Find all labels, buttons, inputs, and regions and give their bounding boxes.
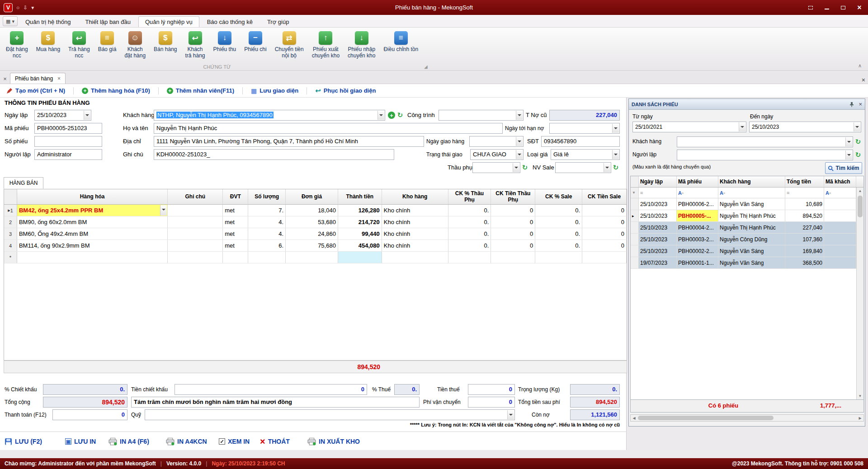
panel-close-icon[interactable]: × (859, 101, 862, 108)
quick-access-chevron-icon[interactable]: ▾ (31, 5, 34, 11)
filter-ngay-lap[interactable]: = (639, 188, 677, 198)
cell-qty[interactable]: 7. (248, 205, 286, 216)
ribbon-chuyen-tien-noi-bo[interactable]: ⇄Chuyển tiền nội bộ (271, 30, 308, 60)
filter-ma-khach[interactable]: A▫ (824, 188, 856, 198)
col-kho-hang[interactable]: Kho hàng (382, 189, 448, 204)
list-item[interactable]: 19/07/2023 PBH00001-1... Nguyễn Văn Sáng… (631, 257, 863, 269)
tabstrip-close-all-icon[interactable]: × (862, 76, 865, 84)
dropdown-arrow-icon[interactable] (507, 410, 514, 419)
dropdown-arrow-icon[interactable] (739, 122, 745, 131)
dia-chi-input[interactable]: 1111 Nguyễn Văn Linh, Phường Tân Phong, … (154, 136, 424, 147)
cell-ck-tien-sale[interactable]: 0 (582, 228, 627, 239)
refresh-panel-creator-icon[interactable]: ↻ (854, 150, 862, 160)
filter-tong-tien[interactable]: = (785, 188, 824, 198)
cell-product[interactable]: BM90, ống 60x2.0mm BM (17, 216, 168, 228)
ribbon-dat-hang-ncc[interactable]: +Đặt hàng ncc (2, 30, 32, 60)
cell-ck-pct-sale[interactable]: 0. (535, 205, 582, 216)
quy-input[interactable] (145, 409, 515, 420)
cell-ck-tien-thau[interactable]: 0 (491, 216, 535, 228)
cell-store[interactable]: Kho chính (382, 240, 448, 251)
ma-phieu-input[interactable]: PBH00005-251023 (34, 123, 102, 134)
tab-hang-ban[interactable]: HÀNG BÁN (4, 177, 43, 189)
scrollbar-thumb[interactable] (638, 416, 774, 420)
table-row-new[interactable]: * (4, 252, 627, 263)
ngay-lap-input[interactable]: 25/10/2023 (34, 110, 91, 121)
cell-ck-pct-thau[interactable]: 0. (448, 216, 491, 228)
filter-khach-hang[interactable]: A▫ (718, 188, 785, 198)
tab-tro-giup[interactable]: Trợ giúp (260, 16, 296, 27)
minimize-button[interactable] (822, 4, 832, 12)
cell-price[interactable]: 75,680 (286, 240, 338, 251)
cell-amount-editing[interactable] (338, 252, 382, 263)
filter-funnel-icon[interactable]: ▼ (632, 191, 636, 195)
pin-icon[interactable] (849, 102, 854, 107)
quick-access-pin-icon[interactable]: ⇩ (23, 5, 28, 11)
col-ghi-chu[interactable]: Ghi chú (168, 189, 223, 204)
save-layout-button[interactable]: ▦ Lưu giao diện (251, 87, 298, 94)
save-button[interactable]: LƯU (F2) (5, 434, 42, 449)
ribbon-khach-dat-hang[interactable]: ☺Khách đặt hàng (120, 30, 150, 60)
dropdown-arrow-icon[interactable] (516, 137, 523, 146)
add-product-button[interactable]: + Thêm hàng hóa (F10) (82, 87, 150, 94)
group-dialog-launcher-icon[interactable]: ◢ (424, 64, 428, 69)
dropdown-arrow-icon[interactable] (516, 111, 523, 120)
tab-bao-cao-thong-ke[interactable]: Báo cáo thống kê (200, 16, 259, 27)
tu-ngay-input[interactable]: 25/10/2021 (632, 122, 746, 132)
list-item[interactable]: 25/10/2023 PBH00006-2... Nguyễn Văn Sáng… (631, 198, 863, 210)
cell-store[interactable]: Kho chính (382, 205, 448, 216)
refresh-thau-phu-icon[interactable]: ↻ (521, 162, 529, 173)
cell-price[interactable]: 24,860 (286, 228, 338, 239)
cell-ck-tien-thau[interactable]: 0 (491, 228, 535, 239)
ho-ten-input[interactable]: Nguyễn Thị Hạnh Phúc (154, 123, 503, 134)
tien-thue-input[interactable]: 0 (468, 384, 515, 395)
cell-price[interactable]: 18,040 (286, 205, 338, 216)
list-item[interactable]: 25/10/2023 PBH00003-2... Nguyễn Công Dũn… (631, 234, 863, 245)
trong-luong-input[interactable]: 0. (570, 384, 620, 395)
ribbon-ban-hang[interactable]: $Bán hàng (150, 30, 181, 54)
tien-chiet-khau-input[interactable]: 0 (175, 384, 367, 395)
cell-ck-tien-sale[interactable]: 0 (582, 205, 627, 216)
scroll-left-icon[interactable]: ◀ (631, 415, 637, 421)
tab-quan-tri-he-thong[interactable]: Quản trị hệ thống (19, 16, 77, 27)
print-a4-button[interactable]: IN A4 (F6) (108, 434, 149, 449)
ribbon-phieu-nhap-chuyen-kho[interactable]: ↓Phiếu nhập chuyển kho (344, 30, 379, 60)
col-ma-khach[interactable]: Mã khách (824, 176, 856, 187)
refresh-panel-customer-icon[interactable]: ↻ (854, 136, 862, 147)
ngay-giao-input[interactable] (469, 136, 524, 147)
col-hang-hoa[interactable]: Hàng hóa (17, 189, 168, 204)
cell-unit[interactable]: met (223, 216, 248, 228)
save-print-button[interactable]: ▣ LƯU IN (65, 434, 96, 449)
add-employee-button[interactable]: + Thêm nhân viên(F11) (167, 87, 234, 94)
cell-ck-tien-thau[interactable]: 0 (491, 240, 535, 251)
cell-price[interactable]: 53,680 (286, 216, 338, 228)
col-ck-tien-thau-phu[interactable]: CK Tiền Thầu Phụ (491, 189, 535, 204)
preview-print-button[interactable]: ✓ XEM IN (219, 434, 250, 449)
create-new-button[interactable]: Tạo mới (Ctrl + N) (6, 87, 65, 94)
tab-close-icon[interactable]: × (57, 75, 61, 82)
window-menu-button[interactable]: ▦▾ (3, 16, 18, 26)
scroll-right-icon[interactable]: ▶ (857, 415, 863, 421)
cell-note[interactable] (168, 228, 223, 239)
cell-amount[interactable]: 454,080 (338, 240, 382, 251)
col-tong-tien[interactable]: Tổng tiền (785, 176, 824, 187)
nv-sale-input[interactable] (555, 162, 611, 173)
print-warehouse-button[interactable]: IN XUẤT KHO (307, 434, 360, 449)
col-don-gia[interactable]: Đơn giá (286, 189, 338, 204)
dropdown-arrow-icon[interactable] (377, 111, 384, 120)
doc-tab-phieu-ban-hang[interactable]: Phiếu bán hàng × (10, 73, 66, 84)
cell-ck-pct-sale[interactable]: 0. (535, 228, 582, 239)
search-button[interactable]: Tìm kiếm (825, 162, 862, 174)
den-ngay-input[interactable]: 25/10/2023 (749, 122, 861, 132)
vertical-scrollbar[interactable]: ▲ ▼ (856, 188, 863, 399)
ngay-toi-han-input[interactable] (549, 123, 620, 134)
cell-ck-pct-thau[interactable]: 0. (448, 205, 491, 216)
panel-khach-hang-input[interactable] (677, 136, 853, 147)
exit-button[interactable]: × THOÁT (260, 434, 290, 449)
tab-thiet-lap-ban-dau[interactable]: Thiết lập ban đầu (78, 16, 137, 27)
table-row[interactable]: 2 BM90, ống 60x2.0mm BM met 4. 53,680 21… (4, 216, 627, 228)
cell-product[interactable] (17, 252, 168, 263)
refresh-customer-icon[interactable]: ↻ (396, 110, 404, 121)
cell-ck-t ien-sale[interactable]: 0 (582, 216, 627, 228)
khach-hang-input[interactable]: NTHP, Nguyễn Thị Hạnh Phúc, 0934567890 (154, 110, 385, 121)
col-ck-pct-thau-phu[interactable]: CK % Thầu Phụ (448, 189, 491, 204)
